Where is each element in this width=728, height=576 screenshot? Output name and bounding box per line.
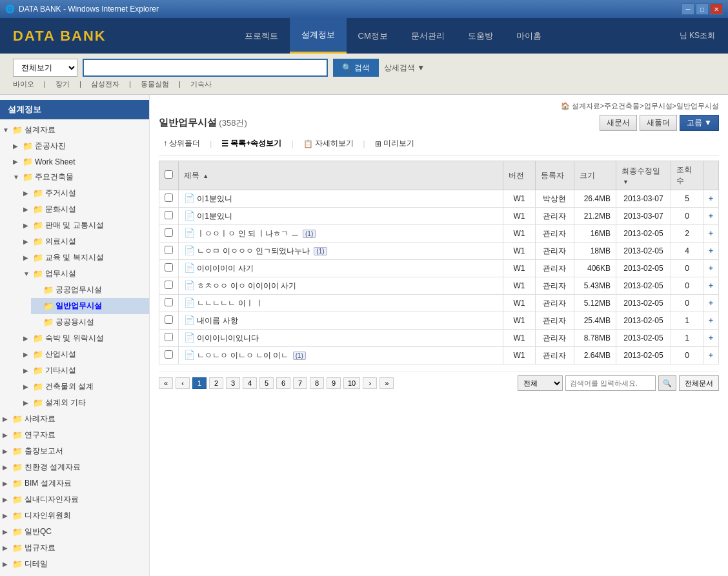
row-checkbox-0[interactable] <box>165 194 173 202</box>
all-docs-button[interactable]: 전체문서 <box>679 375 719 391</box>
page-10-button[interactable]: 10 <box>343 377 360 389</box>
col-header-views[interactable]: 조회수 <box>671 161 703 190</box>
row-add-cell-8[interactable]: + <box>703 330 718 347</box>
sidebar-item-실내디자인[interactable]: ▶ 📁 실내디자인자료 <box>0 492 149 508</box>
page-5-button[interactable]: 5 <box>259 377 274 389</box>
quick-link-0[interactable]: 바이오 <box>13 80 34 88</box>
row-title-cell-0[interactable]: 📄 이1분있니 <box>179 190 503 208</box>
page-3-button[interactable]: 3 <box>226 377 240 389</box>
row-title-cell-5[interactable]: 📄 ㅎㅊㅇㅇ 이ㅇ 이이이이 사기 <box>179 277 503 295</box>
search-input[interactable] <box>83 59 328 77</box>
row-title-cell-7[interactable]: 📄 내이름 사항 <box>179 312 503 330</box>
add-button-2[interactable]: + <box>709 229 713 238</box>
file-name-6[interactable]: ㄴㄴㄴㄴㄴ 이ㅣ ㅣ <box>197 299 263 308</box>
row-checkbox-9[interactable] <box>165 350 173 359</box>
page-9-button[interactable]: 9 <box>327 377 341 389</box>
row-checkbox-3[interactable] <box>165 246 173 254</box>
sidebar-item-일반업무[interactable]: 📁 일반업무시설 <box>31 298 149 314</box>
file-name-8[interactable]: 이이이니이있니다 <box>197 333 259 343</box>
row-title-cell-1[interactable]: 📄 이1분있니 <box>179 208 503 225</box>
row-add-cell-1[interactable]: + <box>703 208 718 225</box>
row-add-cell-7[interactable]: + <box>703 312 718 330</box>
add-button-8[interactable]: + <box>709 333 713 343</box>
quick-link-4[interactable]: 기숙사 <box>190 80 212 88</box>
sidebar-item-주요건축물[interactable]: ▼ 📁 주요건축물 <box>10 169 149 185</box>
sidebar-item-설계외기타[interactable]: ▶ 📁 설계외 기타 <box>21 395 149 411</box>
add-button-1[interactable]: + <box>709 212 713 221</box>
file-name-0[interactable]: 이1분있니 <box>197 194 232 203</box>
page-8-button[interactable]: 8 <box>310 377 324 389</box>
sidebar-item-산업시설[interactable]: ▶ 📁 산업시설 <box>21 346 149 362</box>
file-name-3[interactable]: ㄴㅇㅁ 이ㅇㅇㅇ 인ㄱ되었나누나 <box>197 246 310 255</box>
sidebar-item-주거시설[interactable]: ▶ 📁 주거시설 <box>21 185 149 201</box>
close-button[interactable]: ✕ <box>710 3 723 15</box>
add-button-4[interactable]: + <box>709 264 713 273</box>
file-name-2[interactable]: ㅣㅇㅇㅣㅇ 인 되 ㅣ나ㅎㄱ ㅡ <box>197 229 298 238</box>
row-title-cell-4[interactable]: 📄 이이이이이 사기 <box>179 260 503 277</box>
sidebar-item-판매교통[interactable]: ▶ 📁 판매 및 교통시설 <box>21 217 149 233</box>
sidebar-item-법규자료[interactable]: ▶ 📁 법규자료 <box>0 540 149 556</box>
file-name-7[interactable]: 내이름 사항 <box>197 316 238 325</box>
sidebar-item-일반QC[interactable]: ▶ 📁 일반QC <box>0 524 149 540</box>
list-view-button[interactable]: ☰ 목록+속성보기 <box>217 136 286 151</box>
up-folder-button[interactable]: ↑ 상위폴더 <box>159 136 205 151</box>
row-add-cell-5[interactable]: + <box>703 277 718 295</box>
nav-item-myhome[interactable]: 마이홈 <box>505 18 553 54</box>
page-4-button[interactable]: 4 <box>243 377 257 389</box>
nav-item-docs[interactable]: 문서관리 <box>399 18 456 54</box>
row-checkbox-8[interactable] <box>165 333 173 341</box>
sidebar-item-친환경설계[interactable]: ▶ 📁 친환경 설계자료 <box>0 459 149 475</box>
sidebar-item-BIM설계[interactable]: ▶ 📁 BIM 설계자료 <box>0 475 149 492</box>
page-first-button[interactable]: « <box>159 377 173 389</box>
new-doc-button[interactable]: 새문서 <box>600 115 637 131</box>
filter-search-input[interactable] <box>565 375 656 391</box>
nav-item-project[interactable]: 프로젝트 <box>233 18 290 54</box>
row-add-cell-9[interactable]: + <box>703 347 718 364</box>
row-checkbox-6[interactable] <box>165 298 173 306</box>
row-checkbox-5[interactable] <box>165 281 173 289</box>
sidebar-item-연구자료[interactable]: ▶ 📁 연구자료 <box>0 427 149 443</box>
page-6-button[interactable]: 6 <box>276 377 290 389</box>
add-button-7[interactable]: + <box>709 316 713 325</box>
col-header-title[interactable]: 제목 ▲ <box>179 161 503 190</box>
sidebar-item-출장보고서[interactable]: ▶ 📁 출장보고서 <box>0 443 149 459</box>
select-all-checkbox[interactable] <box>165 170 173 179</box>
row-checkbox-7[interactable] <box>165 315 173 324</box>
nav-item-help[interactable]: 도움방 <box>456 18 505 54</box>
col-header-size[interactable]: 크기 <box>574 161 616 190</box>
page-next-button[interactable]: › <box>363 377 377 389</box>
row-checkbox-1[interactable] <box>165 211 173 219</box>
search-button[interactable]: 🔍 검색 <box>333 59 379 77</box>
row-title-cell-8[interactable]: 📄 이이이니이있니다 <box>179 330 503 347</box>
sidebar-item-공공용시설[interactable]: 📁 공공용시설 <box>31 314 149 330</box>
sidebar-item-공공업무[interactable]: 📁 공공업무시설 <box>31 282 149 298</box>
page-2-button[interactable]: 2 <box>209 377 223 389</box>
row-checkbox-4[interactable] <box>165 263 173 272</box>
sidebar-item-준공사진[interactable]: ▶ 📁 준공사진 <box>10 138 149 154</box>
thumb-view-button[interactable]: ⊞ 미리보기 <box>370 136 419 151</box>
sidebar-item-업무시설[interactable]: ▼ 📁 업무시설 <box>21 266 149 282</box>
col-header-author[interactable]: 등록자 <box>535 161 574 190</box>
filter-search-button[interactable]: 🔍 <box>658 375 676 391</box>
page-last-button[interactable]: » <box>379 377 394 389</box>
maximize-button[interactable]: □ <box>696 3 709 15</box>
sidebar-item-디자인위원회[interactable]: ▶ 📁 디자인위원회 <box>0 508 149 524</box>
add-button-9[interactable]: + <box>709 351 713 360</box>
file-name-9[interactable]: ㄴㅇㄴㅇ 이ㄴㅇ ㄴ이 이ㄴ <box>197 351 288 360</box>
nav-item-design[interactable]: 설계정보 <box>290 18 347 54</box>
row-add-cell-4[interactable]: + <box>703 260 718 277</box>
new-folder-button[interactable]: 새폴더 <box>640 115 677 131</box>
file-name-5[interactable]: ㅎㅊㅇㅇ 이ㅇ 이이이이 사기 <box>197 281 296 290</box>
filter-category-select[interactable]: 전체 <box>518 375 563 391</box>
sidebar-item-의료시설[interactable]: ▶ 📁 의료시설 <box>21 233 149 250</box>
sidebar-item-디테일[interactable]: ▶ 📁 디테일 <box>0 556 149 572</box>
sidebar-item-사례자료[interactable]: ▶ 📁 사례자료 <box>0 411 149 427</box>
col-header-date[interactable]: 최종수정일 ▼ <box>616 161 671 190</box>
page-7-button[interactable]: 7 <box>293 377 307 389</box>
more-actions-button[interactable]: 고름 ▼ <box>680 115 719 131</box>
add-button-3[interactable]: + <box>709 246 713 255</box>
sidebar-item-기타시설[interactable]: ▶ 📁 기타시설 <box>21 362 149 379</box>
quick-link-3[interactable]: 동물실험 <box>141 80 169 88</box>
row-add-cell-2[interactable]: + <box>703 225 718 243</box>
sidebar-item-설계자료[interactable]: ▼ 📁 설계자료 <box>0 122 149 138</box>
